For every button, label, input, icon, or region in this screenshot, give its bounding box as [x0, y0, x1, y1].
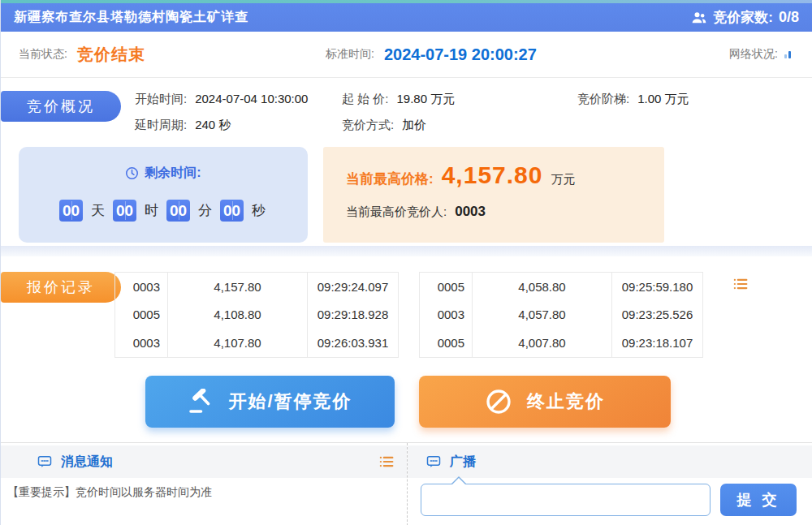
highest-price-label: 当前最高价格:	[346, 170, 434, 188]
bottom-section: 消息通知 【重要提示】竞价时间以服务器时间为准 广播	[1, 442, 812, 525]
records-section-badge: 报价记录	[1, 272, 121, 303]
broadcast-panel: 广播 提 交	[407, 443, 812, 525]
message-notice-header: 消息通知	[1, 445, 407, 478]
broadcast-input-wrap	[421, 484, 710, 516]
price-cell: 4,057.80	[473, 301, 612, 329]
unit-second: 秒	[252, 201, 266, 220]
increment-value: 1.00 万元	[637, 92, 689, 105]
broadcast-title: 广播	[450, 454, 476, 471]
time-cell: 09:23:25.526	[612, 301, 702, 329]
standard-time-group: 标准时间: 2024-07-19 20:00:27	[326, 32, 537, 77]
network-status-group: 网络状况:	[729, 32, 791, 77]
bid-records-table-left: 0003 4,157.80 09:29:24.097 0005 4,108.80…	[114, 272, 399, 358]
overview-section-badge: 竞价概况	[1, 91, 121, 122]
bidder-cell: 0003	[115, 273, 168, 301]
countdown-seconds: 00	[220, 200, 244, 222]
bid-mode-value: 加价	[402, 118, 426, 131]
network-signal-icon	[784, 50, 791, 58]
countdown-minutes: 00	[166, 200, 190, 222]
price-cell: 4,107.80	[168, 329, 308, 357]
price-cell: 4,108.80	[168, 301, 308, 329]
clock-icon	[125, 166, 139, 180]
time-cell: 09:23:18.107	[612, 329, 702, 357]
table-row: 0003 4,157.80 09:29:24.097	[115, 273, 398, 301]
delay-period-field: 延时周期:240 秒	[135, 118, 231, 133]
countdown-title: 剩余时间:	[19, 165, 308, 182]
broadcast-input-row: 提 交	[421, 484, 797, 516]
message-notice-title: 消息通知	[61, 454, 113, 471]
current-status-value: 竞价结束	[77, 44, 145, 66]
highest-price-value: 4,157.80	[442, 161, 543, 189]
gavel-icon	[188, 389, 214, 415]
unit-day: 天	[91, 201, 105, 220]
bid-mode-label: 竞价方式:	[342, 118, 394, 131]
unit-hour: 时	[145, 201, 158, 220]
table-row: 0005 4,108.80 09:29:18.928	[115, 301, 398, 329]
countdown-label: 剩余时间:	[145, 165, 201, 182]
start-pause-bidding-button[interactable]: 开始/暂停竞价	[145, 376, 395, 428]
message-bubble-icon	[37, 454, 53, 470]
highest-bidder-line: 当前最高价竞价人: 0003	[346, 204, 486, 220]
standard-time-value: 2024-07-19 20:00:27	[384, 45, 537, 64]
time-cell: 09:29:18.928	[308, 301, 398, 329]
auction-page: 新疆察布查尔县塔勒德村陶瓷土矿详查 竞价家数: 0/8 当前状态: 竞价结束 标…	[0, 0, 812, 525]
increment-field: 竞价阶梯:1.00 万元	[577, 92, 689, 107]
highest-price-card: 当前最高价格: 4,157.80 万元 当前最高价竞价人: 0003	[323, 147, 664, 243]
delay-period-value: 240 秒	[195, 118, 231, 131]
section-separator	[1, 246, 812, 256]
broadcast-header: 广播	[408, 445, 812, 478]
price-cell: 4,058.80	[473, 273, 612, 301]
notice-message: 【重要提示】竞价时间以服务器时间为准	[7, 485, 212, 500]
start-time-value: 2024-07-04 10:30:00	[195, 92, 308, 105]
start-time-label: 开始时间:	[135, 92, 187, 105]
records-list-icon[interactable]	[732, 275, 749, 293]
time-cell: 09:29:24.097	[308, 273, 398, 301]
countdown-hours: 00	[113, 200, 136, 222]
bidder-count-value: 0/8	[779, 9, 799, 26]
submit-button[interactable]: 提 交	[720, 484, 797, 516]
terminate-label: 终止竞价	[527, 389, 605, 414]
price-cell: 4,007.80	[473, 329, 612, 357]
standard-time-label: 标准时间:	[326, 47, 374, 62]
highest-price-unit: 万元	[551, 172, 575, 187]
prohibition-icon	[485, 388, 512, 415]
bidder-cell: 0003	[115, 329, 168, 357]
broadcast-bubble-icon	[425, 454, 442, 470]
table-row: 0003 4,057.80 09:23:25.526	[420, 301, 702, 329]
bidder-count-group: 竞价家数: 0/8	[691, 8, 799, 27]
bid-mode-field: 竞价方式:加价	[342, 118, 426, 133]
page-title: 新疆察布查尔县塔勒德村陶瓷土矿详查	[14, 9, 248, 26]
bidder-cell: 0005	[420, 273, 473, 301]
unit-minute: 分	[198, 201, 212, 220]
start-time-field: 开始时间:2024-07-04 10:30:00	[135, 92, 308, 107]
bidder-count-label: 竞价家数:	[713, 8, 773, 27]
auction-overview-section: 竞价概况 开始时间:2024-07-04 10:30:00 起 始 价:19.8…	[1, 78, 812, 246]
delay-period-label: 延时周期:	[135, 118, 187, 131]
table-row: 0005 4,058.80 09:25:59.180	[420, 273, 702, 301]
current-status-label: 当前状态:	[19, 47, 67, 62]
message-notice-panel: 消息通知 【重要提示】竞价时间以服务器时间为准	[1, 443, 407, 525]
highest-bidder-label: 当前最高价竞价人:	[346, 204, 447, 220]
table-row: 0005 4,007.80 09:23:18.107	[420, 329, 702, 357]
start-price-value: 19.80 万元	[397, 92, 456, 105]
price-cell: 4,157.80	[168, 273, 308, 301]
bidders-icon	[691, 10, 707, 26]
highest-bidder-value: 0003	[455, 204, 486, 220]
network-status-label: 网络状况:	[729, 47, 778, 62]
countdown-card: 剩余时间: 00 天 00 时 00 分 00 秒	[19, 147, 308, 243]
countdown-days: 00	[59, 200, 83, 222]
terminate-bidding-button[interactable]: 终止竞价	[419, 376, 671, 428]
start-pause-label: 开始/暂停竞价	[228, 389, 352, 414]
bidder-cell: 0005	[115, 301, 168, 329]
bidder-cell: 0005	[420, 329, 473, 357]
status-bar: 当前状态: 竞价结束 标准时间: 2024-07-19 20:00:27 网络状…	[1, 32, 812, 78]
start-price-label: 起 始 价:	[342, 92, 389, 105]
broadcast-input[interactable]	[421, 484, 710, 516]
countdown-digits: 00 天 00 时 00 分 00 秒	[19, 200, 308, 222]
table-row: 0003 4,107.80 09:26:03.931	[115, 329, 398, 357]
title-bar: 新疆察布查尔县塔勒德村陶瓷土矿详查 竞价家数: 0/8	[1, 3, 812, 32]
current-status-group: 当前状态: 竞价结束	[19, 32, 145, 77]
increment-label: 竞价阶梯:	[577, 92, 629, 105]
message-list-icon[interactable]	[378, 453, 395, 471]
time-cell: 09:25:59.180	[612, 273, 702, 301]
